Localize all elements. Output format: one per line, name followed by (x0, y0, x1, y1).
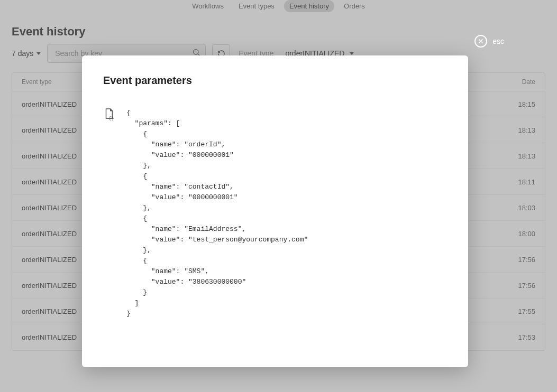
esc-label: esc (492, 37, 504, 45)
close-modal-button[interactable]: ✕ esc (474, 35, 504, 48)
svg-text:{}: {} (108, 115, 114, 121)
close-icon: ✕ (474, 35, 487, 48)
modal-overlay[interactable]: ✕ esc Event parameters {} { "params": [ … (0, 0, 557, 392)
copy-json-icon[interactable]: {} (103, 108, 115, 124)
json-block: {} { "params": [ { "name": "orderId", "v… (103, 108, 447, 319)
event-parameters-modal: Event parameters {} { "params": [ { "nam… (82, 55, 468, 367)
modal-title: Event parameters (103, 74, 447, 87)
json-content: { "params": [ { "name": "orderId", "valu… (126, 108, 308, 319)
